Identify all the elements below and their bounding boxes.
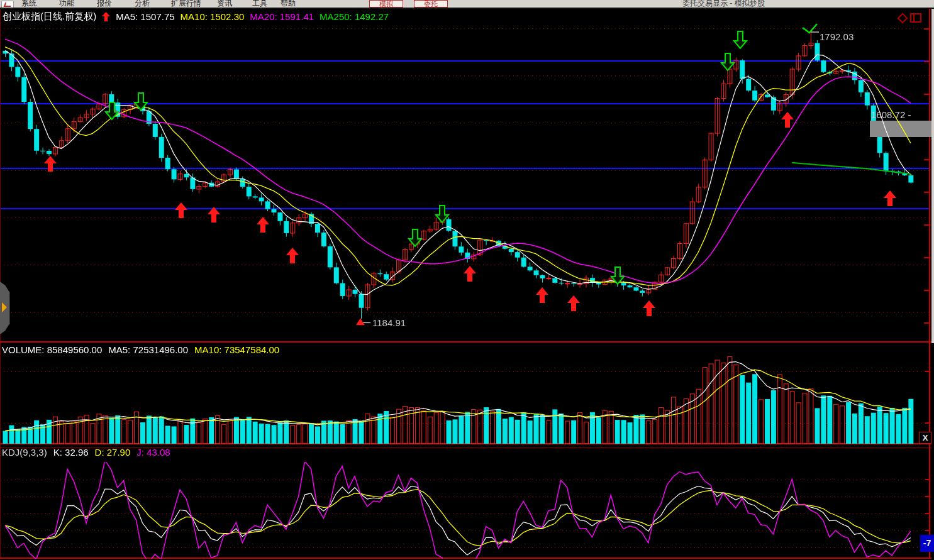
menu-item-system[interactable]: 系统: [21, 0, 36, 9]
low-price-label: 1184.91: [372, 317, 406, 328]
ma5-value: MA5: 1507.75: [116, 11, 174, 22]
chart-canvas[interactable]: [0, 0, 934, 560]
menubar: 系统 功能 报价 分析 扩展行情 资讯 工具 帮助 模拟 委托 委托交易显示 -…: [0, 0, 934, 9]
kdj-d-value: D: 27.90: [95, 447, 131, 458]
volume-ma10: MA10: 73547584.00: [194, 344, 279, 355]
menubar-status-text: 委托交易显示 - 模拟炒股: [682, 0, 765, 9]
menu-button-simulate[interactable]: 模拟: [369, 0, 403, 8]
ma250-value: MA250: 1492.27: [320, 11, 389, 22]
ma20-value: MA20: 1591.41: [250, 11, 314, 22]
menu-item-news[interactable]: 资讯: [217, 0, 232, 9]
high-price-label: 1792.03: [820, 31, 853, 42]
page-badge[interactable]: -7: [920, 535, 934, 552]
kdj-k-value: K: 32.96: [53, 447, 89, 458]
kdj-label[interactable]: KDJ(9,3,3): [2, 447, 47, 458]
main-chart-title-row: 创业板指(日线.前复权) MA5: 1507.75 MA10: 1502.30 …: [3, 11, 389, 22]
volume-ma5: MA5: 72531496.00: [108, 344, 188, 355]
app-icon-glyph: [4, 3, 13, 7]
expand-triangle-icon: [2, 302, 7, 312]
menu-item-analysis[interactable]: 分析: [135, 0, 150, 9]
menu-item-tools[interactable]: 工具: [252, 0, 267, 9]
menu-item-quotes[interactable]: 报价: [97, 0, 112, 9]
menu-button-order[interactable]: 委托: [414, 0, 448, 8]
menu-item-extended[interactable]: 扩展行情: [171, 0, 201, 9]
volume-value: VOLUME: 85849560.00: [2, 344, 102, 355]
up-arrow-icon: [102, 12, 110, 21]
kdj-title-row: KDJ(9,3,3) K: 32.96 D: 27.90 J: 43.08: [2, 447, 170, 458]
ma10-value: MA10: 1502.30: [181, 11, 245, 22]
window-edge-strip: [931, 0, 934, 343]
split-window-icon[interactable]: [910, 13, 921, 23]
close-panel-button[interactable]: X: [919, 432, 931, 444]
menu-item-function[interactable]: 功能: [59, 0, 74, 9]
split-window-divider: [913, 14, 915, 21]
kdj-j-value: J: 43.08: [136, 447, 170, 458]
right-price-label: 1608.72 -: [871, 109, 911, 120]
instrument-title[interactable]: 创业板指(日线.前复权): [3, 11, 96, 23]
app-icon[interactable]: [1, 1, 14, 8]
trading-app-window: 系统 功能 报价 分析 扩展行情 资讯 工具 帮助 模拟 委托 委托交易显示 -…: [0, 0, 934, 560]
volume-title-row: VOLUME: 85849560.00 MA5: 72531496.00 MA1…: [2, 344, 279, 355]
menu-item-help[interactable]: 帮助: [281, 0, 296, 9]
